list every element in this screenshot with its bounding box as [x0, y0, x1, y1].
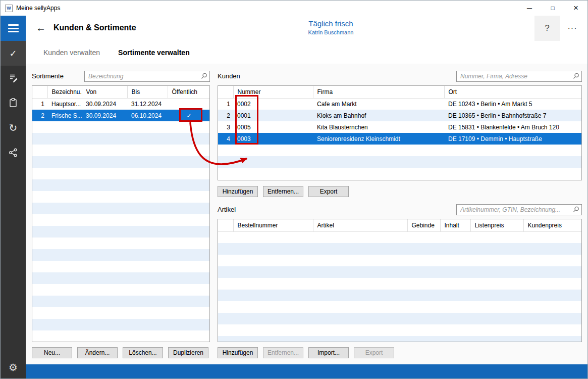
sortiment-row[interactable] [32, 249, 210, 261]
sortiment-row[interactable] [32, 214, 210, 226]
artikel-row-cell-artikel [313, 336, 407, 342]
sortiment-row[interactable]: 1Hauptsor...30.09.202431.12.2024 [32, 98, 210, 110]
column-header-artikel[interactable]: Artikel [313, 219, 407, 231]
column-header[interactable] [218, 86, 233, 98]
close-button[interactable]: × [564, 1, 587, 16]
kunde-row[interactable] [218, 156, 582, 168]
sidebar-item-clipboard[interactable] [1, 90, 26, 115]
sidebar-item-sync[interactable]: ↻ [1, 115, 26, 140]
column-header-listenpreis[interactable]: Listenpreis [470, 219, 523, 231]
more-button[interactable]: ··· [561, 16, 583, 41]
column-header[interactable] [218, 219, 233, 231]
sortimente-search-input[interactable] [84, 71, 210, 82]
sortiment-row-cell-oeffentlich [168, 330, 210, 342]
sortiment-row-cell-von [82, 226, 127, 238]
sortiment-row[interactable] [32, 296, 210, 307]
back-button[interactable]: ← [36, 21, 46, 34]
artikel-row-cell-artikel [313, 255, 407, 266]
sidebar-item-share[interactable] [1, 140, 26, 165]
artikel-row[interactable] [218, 301, 582, 313]
sortimente-header-row: Bezeichnu... Von Bis Öffentlich [32, 86, 210, 98]
maximize-button[interactable]: □ [541, 1, 564, 16]
sortiment-row[interactable] [32, 191, 210, 203]
column-header-kundenpreis[interactable]: Kundenpreis [523, 219, 582, 231]
hamburger-menu-button[interactable] [1, 16, 26, 41]
minimize-button[interactable]: ─ [518, 1, 541, 16]
sortiment-row[interactable] [32, 203, 210, 214]
sortiment-row-cell-von [82, 307, 127, 319]
kunde-row-cell-num: 4 [218, 133, 233, 145]
artikel-row-cell-artikel [313, 324, 407, 336]
sortiment-row[interactable] [32, 272, 210, 284]
column-header-inhalt[interactable]: Inhalt [440, 219, 470, 231]
artikel-row[interactable] [218, 313, 582, 324]
artikel-row[interactable] [218, 243, 582, 255]
column-header-nummer[interactable]: Nummer [233, 86, 313, 98]
sortiment-row-cell-oeffentlich [168, 284, 210, 296]
sidebar-item-edit[interactable] [1, 66, 26, 90]
artikel-row[interactable] [218, 278, 582, 290]
help-button[interactable]: ? [534, 16, 560, 41]
back-arrow-icon: ← [36, 22, 46, 33]
artikel-row[interactable] [218, 336, 582, 342]
sortiment-row[interactable] [32, 330, 210, 342]
tab-sortimente-verwalten[interactable]: Sortimente verwalten [118, 49, 190, 57]
artikel-row[interactable] [218, 255, 582, 266]
sortiment-row[interactable] [32, 261, 210, 272]
sidebar-item-settings[interactable]: ⚙ [1, 356, 26, 378]
loeschen-button[interactable]: Löschen... [123, 347, 163, 358]
sortiment-row-cell-bis [127, 330, 168, 342]
sortiment-row[interactable] [32, 226, 210, 238]
kunden-entfernen-button[interactable]: Entfernen... [263, 186, 303, 197]
kunden-search-input[interactable] [456, 71, 582, 82]
column-header-bis[interactable]: Bis [127, 86, 168, 98]
account-name: Täglich frisch [74, 19, 587, 29]
kunden-export-button[interactable]: Export [308, 186, 349, 197]
kunde-row[interactable]: 30005Kita BlausternchenDE 15831 • Blanke… [218, 121, 582, 133]
sortiment-row[interactable] [32, 319, 210, 330]
sortiment-row[interactable] [32, 145, 210, 156]
sortiment-row[interactable] [32, 238, 210, 249]
column-header-bezeichnung[interactable]: Bezeichnu... [47, 86, 82, 98]
sortiment-row[interactable]: 2Frische S...30.09.202406.10.2024✓ [32, 110, 210, 121]
kunde-row[interactable]: 10002Cafe am MarktDE 10243 • Berlin • Am… [218, 98, 582, 110]
kunde-row[interactable] [218, 168, 582, 179]
column-header-firma[interactable]: Firma [313, 86, 444, 98]
artikel-row[interactable] [218, 231, 582, 243]
artikel-import-button[interactable]: Import... [308, 347, 349, 358]
sortiment-row[interactable] [32, 133, 210, 145]
duplizieren-button[interactable]: Duplizieren [168, 347, 208, 358]
artikel-search-input[interactable] [456, 204, 582, 215]
column-header-ort[interactable]: Ort [444, 86, 582, 98]
tab-kunden-verwalten[interactable]: Kunden verwalten [43, 49, 100, 57]
kunden-hinzufuegen-button[interactable]: Hinzufügen [218, 186, 258, 197]
sortiment-row[interactable] [32, 156, 210, 168]
artikel-row[interactable] [218, 290, 582, 301]
sortiment-row-cell-num [32, 226, 47, 238]
sidebar-item-check[interactable]: ✓ [1, 41, 26, 66]
artikel-row-cell-artikel [313, 266, 407, 278]
sortiment-row[interactable] [32, 168, 210, 179]
column-header[interactable] [32, 86, 47, 98]
sortiment-row[interactable] [32, 284, 210, 296]
aendern-button[interactable]: Ändern... [77, 347, 118, 358]
kunde-row[interactable] [218, 145, 582, 156]
sortiment-row-cell-bis [127, 133, 168, 145]
artikel-row[interactable] [218, 266, 582, 278]
column-header-von[interactable]: Von [82, 86, 127, 98]
artikel-row-cell-artikel [313, 301, 407, 313]
sortiment-row[interactable] [32, 307, 210, 319]
kunde-row[interactable]: 40003Seniorenresidenz KleinschmidtDE 171… [218, 133, 582, 145]
neu-button[interactable]: Neu... [32, 347, 72, 358]
artikel-hinzufuegen-button[interactable]: Hinzufügen [218, 347, 258, 358]
kunde-row[interactable]: 20001Kioks am BahnhofDE 10365 • Berlin •… [218, 110, 582, 121]
artikel-header-row: Bestellnummer Artikel Gebinde Inhalt Lis… [218, 219, 582, 231]
column-header-bestellnummer[interactable]: Bestellnummer [233, 219, 313, 231]
column-header-oeffentlich[interactable]: Öffentlich [168, 86, 210, 98]
sortiment-row[interactable] [32, 179, 210, 191]
artikel-row[interactable] [218, 324, 582, 336]
column-header-gebinde[interactable]: Gebinde [407, 219, 440, 231]
sortiment-row[interactable] [32, 121, 210, 133]
artikel-row-cell-kundenpreis [523, 290, 582, 301]
window-controls: ─ □ × [518, 1, 587, 16]
